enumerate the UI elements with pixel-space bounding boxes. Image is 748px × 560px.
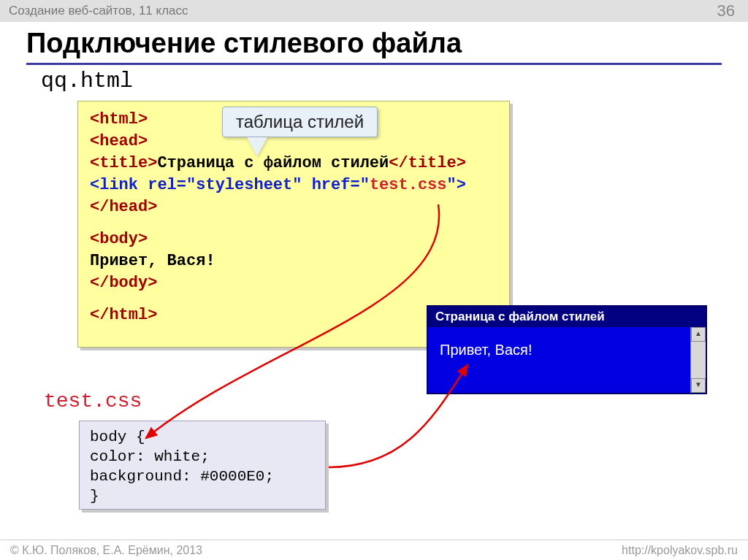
scroll-down-icon[interactable]: ▼ — [691, 378, 706, 393]
css-code-box: body { color: white; background: #0000E0… — [79, 421, 326, 510]
copyright: © К.Ю. Поляков, Е.А. Ерёмин, 2013 — [10, 544, 202, 557]
page-number: 36 — [717, 1, 735, 20]
preview-titlebar: Страница с файлом стилей — [428, 307, 706, 327]
code-line: test.css — [370, 176, 447, 194]
code-line: <html> — [90, 110, 148, 129]
scrollbar[interactable]: ▲ ▼ — [690, 327, 706, 393]
callout-bubble: таблица стилей — [222, 107, 378, 137]
callout-tail — [247, 137, 267, 156]
code-line: <title> — [90, 154, 157, 172]
footer: © К.Ю. Поляков, Е.А. Ерёмин, 2013 http:/… — [0, 540, 748, 560]
code-line: </title> — [389, 154, 466, 172]
code-line: "> — [447, 176, 466, 194]
code-line: body { — [90, 427, 315, 447]
slide-title: Подключение стилевого файла — [26, 28, 462, 59]
code-line: <link rel="stylesheet" href=" — [90, 176, 370, 194]
scroll-up-icon[interactable]: ▲ — [691, 327, 706, 342]
code-line: Страница с файлом стилей — [157, 154, 389, 172]
code-line: </html> — [90, 306, 157, 324]
preview-text: Привет, Вася! — [440, 342, 532, 358]
code-line: </body> — [90, 274, 157, 292]
browser-preview: Страница с файлом стилей Привет, Вася! ▲… — [427, 305, 707, 394]
course-name: Создание веб-сайтов, 11 класс — [9, 4, 188, 18]
preview-body: Привет, Вася! ▲ ▼ — [428, 327, 706, 393]
footer-url: http://kpolyakov.spb.ru — [622, 544, 738, 557]
code-line: <body> — [90, 230, 148, 248]
code-line: background: #0000E0; — [90, 467, 315, 486]
code-line: color: white; — [90, 447, 315, 467]
slide: Создание веб-сайтов, 11 класс 36 Подключ… — [0, 0, 748, 560]
title-underline — [26, 63, 722, 65]
topbar: Создание веб-сайтов, 11 класс 36 — [0, 0, 748, 22]
code-line: <head> — [90, 132, 148, 150]
filename-html: qq.html — [41, 69, 133, 93]
code-line: } — [90, 486, 315, 506]
filename-css: test.css — [44, 390, 142, 413]
code-line: Привет, Вася! — [90, 252, 215, 270]
code-line: </head> — [90, 198, 157, 216]
